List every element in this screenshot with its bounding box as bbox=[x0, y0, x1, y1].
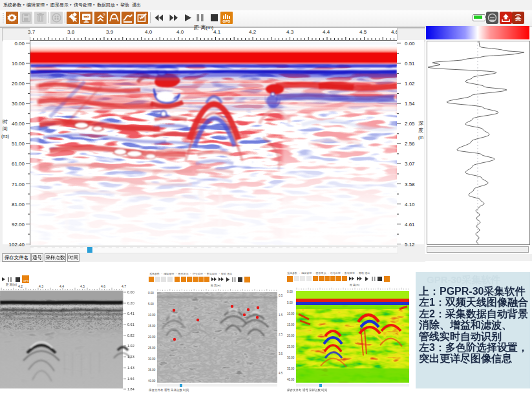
svg-text:5.00: 5.00 bbox=[148, 303, 154, 306]
svg-text:4.4: 4.4 bbox=[59, 284, 64, 288]
svg-text:35.00: 35.00 bbox=[287, 367, 295, 370]
svg-text:4.5: 4.5 bbox=[279, 372, 283, 375]
svg-text:30.00: 30.00 bbox=[148, 357, 156, 361]
svg-text:4.2: 4.2 bbox=[18, 284, 23, 288]
svg-text:0.00: 0.00 bbox=[148, 292, 154, 295]
svg-text:20.00: 20.00 bbox=[287, 334, 295, 337]
svg-text:0.5: 0.5 bbox=[279, 294, 283, 297]
svg-text:1.43: 1.43 bbox=[127, 366, 134, 370]
svg-text:0.00: 0.00 bbox=[127, 290, 134, 294]
svg-text:20.00: 20.00 bbox=[148, 335, 156, 339]
svg-text:3.5: 3.5 bbox=[279, 352, 283, 356]
svg-text:1.5: 1.5 bbox=[279, 313, 283, 317]
svg-text:2.5: 2.5 bbox=[279, 333, 283, 336]
svg-text:15.00: 15.00 bbox=[287, 323, 295, 326]
svg-text:距 离(m): 距 离(m) bbox=[6, 283, 17, 286]
svg-text:0.20: 0.20 bbox=[127, 301, 134, 305]
svg-text:1.02: 1.02 bbox=[127, 344, 134, 348]
svg-text:5.00: 5.00 bbox=[287, 301, 293, 304]
svg-text:15.00: 15.00 bbox=[148, 324, 156, 328]
svg-text:4.7: 4.7 bbox=[122, 284, 126, 288]
svg-text:40.00: 40.00 bbox=[148, 379, 156, 383]
svg-text:0.82: 0.82 bbox=[127, 334, 134, 337]
svg-text:25.00: 25.00 bbox=[148, 346, 156, 350]
svg-text:保存文件名 通号 采样点数 时间: 保存文件名 通号 采样点数 时间 bbox=[286, 388, 328, 392]
svg-text:4.5: 4.5 bbox=[80, 284, 85, 288]
svg-text:25.00: 25.00 bbox=[287, 345, 295, 348]
svg-text:距 离(m): 距 离(m) bbox=[211, 284, 221, 287]
svg-text:0.41: 0.41 bbox=[127, 312, 134, 315]
svg-text:10.00: 10.00 bbox=[148, 313, 156, 317]
svg-text:1.84: 1.84 bbox=[127, 387, 134, 391]
svg-text:4.6: 4.6 bbox=[101, 284, 105, 288]
svg-text:保存文件名 通号 采样点数 时间: 保存文件名 通号 采样点数 时间 bbox=[148, 388, 189, 392]
svg-text:1.23: 1.23 bbox=[127, 355, 134, 359]
svg-text:GPS: GPS bbox=[23, 279, 29, 282]
svg-text:G: G bbox=[103, 12, 105, 16]
svg-text:距 离(m): 距 离(m) bbox=[350, 283, 360, 286]
svg-text:1.64: 1.64 bbox=[127, 377, 134, 381]
svg-text:35.00: 35.00 bbox=[148, 368, 156, 372]
svg-text:4.3: 4.3 bbox=[39, 284, 43, 288]
svg-text:30.00: 30.00 bbox=[287, 356, 295, 359]
svg-text:GPS: GPS bbox=[223, 19, 231, 23]
svg-text:0.61: 0.61 bbox=[127, 323, 134, 326]
svg-text:0.00: 0.00 bbox=[287, 290, 293, 293]
svg-text:40.00: 40.00 bbox=[287, 378, 295, 381]
svg-text:10.00: 10.00 bbox=[287, 312, 295, 315]
